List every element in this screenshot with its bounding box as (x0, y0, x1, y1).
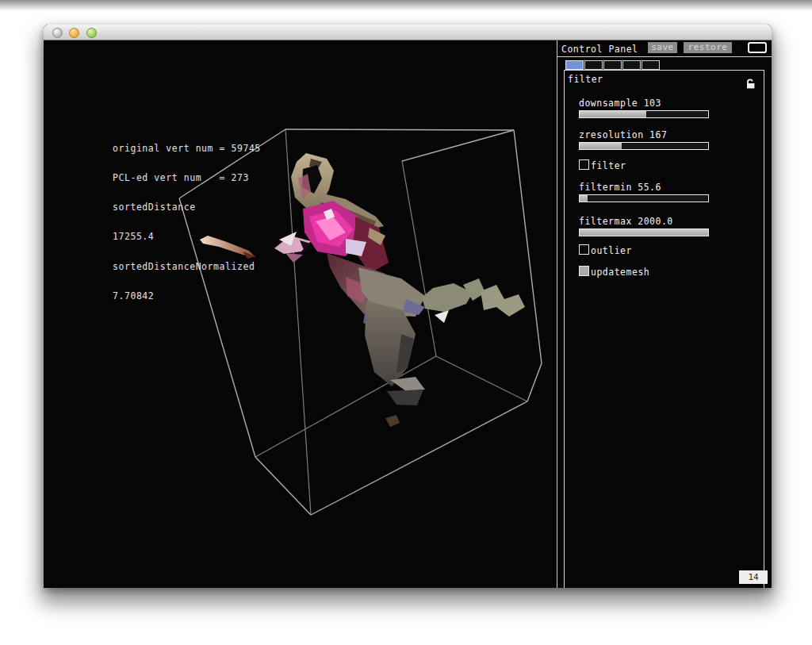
zresolution-slider-fill (580, 143, 622, 149)
zresolution-slider-label: zresolution 167 (579, 129, 667, 140)
filtermax-slider-fill (580, 229, 708, 236)
tab-3[interactable] (603, 60, 622, 70)
collapse-panel-button[interactable] (748, 42, 767, 53)
tab-1[interactable] (565, 60, 584, 70)
control-panel-title: Control Panel (561, 44, 638, 55)
downsample-slider-label: downsample 103 (579, 98, 661, 108)
filtermax-slider-label: filtermax 2000.0 (579, 216, 673, 226)
mesh-figure (274, 153, 525, 427)
downsample-slider-fill (580, 111, 646, 117)
lock-icon[interactable] (745, 78, 756, 90)
stat-line: sortedDistance (113, 202, 261, 212)
filtermin-slider-fill (580, 195, 588, 202)
stat-line: 7.70842 (113, 291, 261, 301)
save-button[interactable]: save (648, 42, 677, 53)
restore-button[interactable]: restore (684, 42, 732, 53)
tab-2[interactable] (584, 60, 603, 70)
app-window: original vert num = 59745 PCL-ed vert nu… (44, 25, 772, 587)
outlier-checkbox[interactable] (579, 244, 589, 255)
filter-checkbox[interactable] (579, 159, 589, 170)
updatemesh-checkbox[interactable] (579, 266, 589, 276)
filter-group-title: filter (568, 74, 603, 85)
tab-4[interactable] (622, 60, 641, 70)
stat-line: sortedDistanceNormalized (113, 262, 261, 271)
outlier-checkbox-label: outlier (591, 245, 632, 256)
fps-counter: 14 (739, 570, 768, 584)
updatemesh-checkbox-label: updatemesh (591, 267, 649, 278)
mesh-stats-overlay: original vert num = 59745 PCL-ed vert nu… (113, 124, 261, 321)
filtermin-slider-label: filtermin 55.6 (579, 182, 661, 192)
downsample-slider[interactable] (579, 110, 709, 118)
filter-group-panel: filter downsample 103 zresolution 167 fi… (564, 70, 764, 588)
control-panel-header[interactable]: Control Panel save restore (557, 40, 772, 57)
tab-5[interactable] (642, 60, 660, 70)
control-panel: Control Panel save restore filter downsa… (557, 40, 772, 588)
filter-checkbox-label: filter (591, 160, 626, 171)
stat-line: PCL-ed vert num = 273 (113, 173, 261, 182)
filtermin-slider[interactable] (579, 194, 709, 202)
zoom-window-button[interactable] (86, 28, 97, 38)
filtermax-slider[interactable] (579, 228, 709, 236)
window-titlebar[interactable] (44, 25, 772, 40)
stat-line: original vert num = 59745 (113, 144, 261, 153)
panel-tab-bar (565, 60, 660, 70)
zresolution-slider[interactable] (579, 142, 709, 150)
stat-line: 17255.4 (113, 232, 261, 241)
app-content: original vert num = 59745 PCL-ed vert nu… (44, 40, 772, 588)
minimize-window-button[interactable] (69, 28, 79, 38)
screen-top-shadow (0, 0, 812, 11)
close-window-button[interactable] (52, 28, 63, 38)
